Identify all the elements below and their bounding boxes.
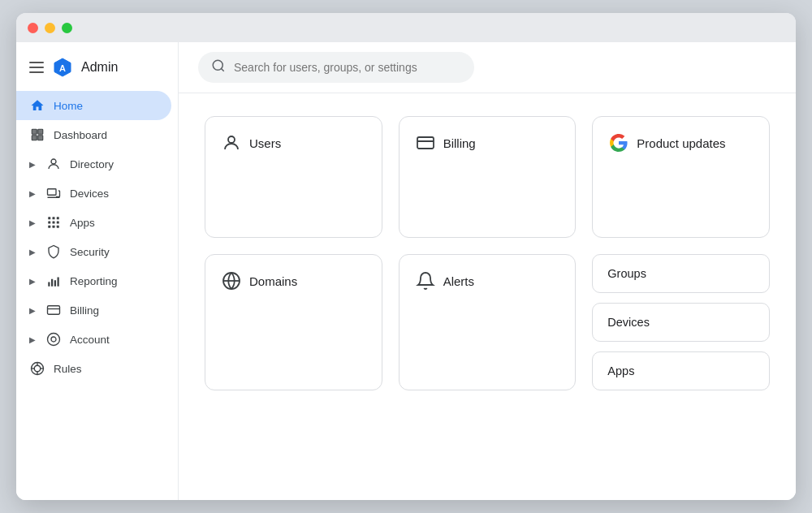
search-icon <box>211 58 226 76</box>
card-groups[interactable]: Groups <box>592 254 770 293</box>
card-billing[interactable]: Billing <box>399 116 577 238</box>
sidebar-item-label-devices: Devices <box>70 188 109 200</box>
globe-icon <box>222 271 241 291</box>
sidebar-item-label-directory: Directory <box>70 158 114 170</box>
sidebar-item-label-home: Home <box>54 100 83 112</box>
devices-icon <box>45 185 62 201</box>
sidebar-item-label-apps: Apps <box>70 217 95 229</box>
sidebar-item-label-dashboard: Dashboard <box>54 129 107 141</box>
topbar <box>179 42 796 93</box>
sidebar-item-account[interactable]: ▶ Account <box>16 325 171 354</box>
sidebar-item-label-security: Security <box>70 246 110 258</box>
svg-rect-22 <box>58 278 59 287</box>
card-billing-label: Billing <box>443 136 476 150</box>
billing-nav-icon <box>45 302 62 318</box>
dashboard-icon <box>29 127 45 143</box>
sidebar-item-devices[interactable]: ▶ Devices <box>16 179 171 208</box>
svg-rect-23 <box>48 306 60 315</box>
rules-icon <box>29 360 45 377</box>
svg-point-28 <box>34 365 41 372</box>
svg-rect-12 <box>57 217 59 219</box>
card-devices-small[interactable]: Devices <box>592 303 770 342</box>
sidebar-header: A Admin <box>16 49 178 91</box>
svg-rect-21 <box>54 280 56 287</box>
google-admin-logo-icon: A <box>52 57 73 78</box>
account-icon <box>45 331 62 347</box>
card-product-updates[interactable]: Product updates <box>592 116 770 238</box>
main-content: Users Billing <box>179 42 796 500</box>
svg-rect-11 <box>53 217 55 219</box>
svg-rect-8 <box>48 189 57 196</box>
svg-rect-15 <box>57 222 59 224</box>
reporting-icon <box>45 273 62 289</box>
sidebar-item-apps[interactable]: ▶ Apps <box>16 208 171 237</box>
minimize-dot[interactable] <box>45 23 55 33</box>
arrow-icon-billing: ▶ <box>29 306 36 315</box>
svg-point-33 <box>213 60 222 70</box>
card-groups-label: Groups <box>607 267 646 280</box>
close-dot[interactable] <box>28 23 38 33</box>
sidebar-item-directory[interactable]: ▶ Directory <box>16 149 171 179</box>
sidebar-item-label-rules: Rules <box>54 363 82 375</box>
app-window: A Admin Home Dashboard <box>16 13 796 500</box>
content-area: Users Billing <box>179 93 796 500</box>
svg-text:A: A <box>59 63 66 73</box>
svg-line-34 <box>221 68 223 71</box>
sidebar-item-label-reporting: Reporting <box>70 275 118 287</box>
hamburger-menu[interactable] <box>29 62 44 73</box>
card-alerts[interactable]: Alerts <box>399 254 577 390</box>
google-g-icon <box>609 133 628 153</box>
card-apps-small[interactable]: Apps <box>592 351 770 390</box>
bell-icon <box>416 271 435 291</box>
card-devices-small-label: Devices <box>607 316 650 329</box>
sidebar-item-rules[interactable]: Rules <box>16 354 171 383</box>
cards-grid: Users Billing <box>205 116 770 390</box>
card-domains[interactable]: Domains <box>205 254 382 390</box>
arrow-icon-devices: ▶ <box>29 189 36 198</box>
sidebar-title: Admin <box>81 60 118 75</box>
svg-point-7 <box>51 159 56 164</box>
svg-rect-36 <box>417 137 434 149</box>
svg-point-35 <box>228 136 235 143</box>
svg-point-25 <box>48 334 60 346</box>
svg-rect-18 <box>57 226 59 228</box>
card-users-label: Users <box>249 136 281 150</box>
home-icon <box>29 97 45 114</box>
svg-rect-14 <box>53 222 55 224</box>
arrow-icon-reporting: ▶ <box>29 277 36 286</box>
search-input[interactable] <box>234 61 461 74</box>
card-product-updates-label: Product updates <box>637 136 725 150</box>
sidebar-item-reporting[interactable]: ▶ Reporting <box>16 266 171 295</box>
arrow-icon-directory: ▶ <box>29 160 36 169</box>
svg-rect-17 <box>53 226 55 228</box>
svg-point-26 <box>51 337 56 342</box>
sidebar-item-dashboard[interactable]: Dashboard <box>16 120 171 149</box>
card-alerts-label: Alerts <box>443 274 474 288</box>
search-bar[interactable] <box>198 52 474 83</box>
arrow-icon-account: ▶ <box>29 335 36 344</box>
svg-rect-16 <box>48 226 50 228</box>
arrow-icon-apps: ▶ <box>29 218 36 227</box>
billing-card-icon <box>416 133 435 153</box>
svg-rect-20 <box>51 279 53 287</box>
user-card-icon <box>222 133 241 153</box>
svg-rect-10 <box>48 217 50 219</box>
security-icon <box>45 244 62 260</box>
sidebar: A Admin Home Dashboard <box>16 42 179 500</box>
sidebar-item-label-billing: Billing <box>70 304 99 317</box>
sidebar-nav: Home Dashboard ▶ Directory <box>16 91 178 500</box>
sidebar-item-home[interactable]: Home <box>16 91 171 120</box>
card-apps-small-label: Apps <box>607 364 634 377</box>
card-users[interactable]: Users <box>205 116 382 238</box>
sidebar-item-security[interactable]: ▶ Security <box>16 237 171 266</box>
card-domains-label: Domains <box>249 274 297 288</box>
directory-icon <box>45 156 62 172</box>
maximize-dot[interactable] <box>62 23 72 33</box>
svg-rect-19 <box>48 282 50 287</box>
arrow-icon-security: ▶ <box>29 248 36 256</box>
sidebar-item-billing[interactable]: ▶ Billing <box>16 295 171 325</box>
apps-icon <box>45 214 62 231</box>
titlebar <box>16 13 796 42</box>
sidebar-item-label-account: Account <box>70 334 110 346</box>
app-body: A Admin Home Dashboard <box>16 42 796 500</box>
